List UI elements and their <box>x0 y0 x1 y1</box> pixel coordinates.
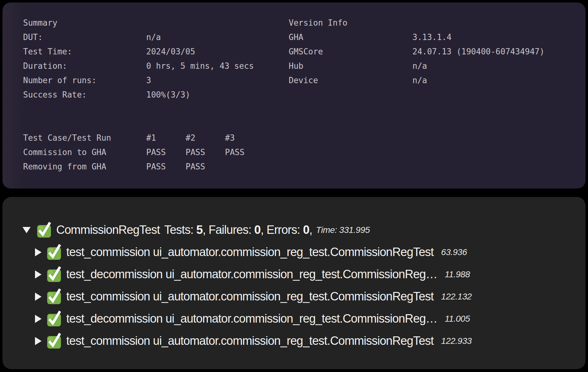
failures-count: 0 <box>254 223 261 236</box>
run-row-name: Removing from GHA <box>23 159 146 174</box>
summary-label: DUT: <box>23 30 146 44</box>
version-info-column: Version Info GHA 3.13.1.4 GMSCore 24.07.… <box>289 16 545 88</box>
version-info-title-row: Version Info <box>289 16 545 30</box>
test-name: test_decommission ui_automator.commissio… <box>66 312 437 325</box>
tests-count: 5 <box>196 223 202 236</box>
summary-row-duration: Duration: 0 hrs, 5 mins, 43 secs <box>23 59 264 73</box>
version-label: Hub <box>289 59 412 73</box>
errors-label: , Errors: <box>261 223 303 236</box>
summary-row-number-of-runs: Number of runs: 3 <box>23 73 264 88</box>
summary-panel: Summary DUT: n/a Test Time: 2024/03/05 D… <box>2 3 586 189</box>
test-time: 11.005 <box>445 314 470 324</box>
summary-row-success-rate: Success Rate: 100%(3/3) <box>23 88 264 102</box>
version-row-gha: GHA 3.13.1.4 <box>289 30 545 44</box>
expand-triangle-icon[interactable] <box>35 248 42 256</box>
errors-count: 0 <box>303 223 309 236</box>
pass-check-icon <box>47 245 62 260</box>
test-time: 122.132 <box>441 292 472 302</box>
suite-stats: Tests: 5, Failures: 0, Errors: 0, <box>164 223 312 237</box>
pass-check-icon <box>47 334 62 349</box>
summary-label: Test Time: <box>23 44 146 59</box>
version-value: 3.13.1.4 <box>412 30 451 44</box>
version-row-device: Device n/a <box>289 73 545 88</box>
summary-title-row: Summary <box>23 16 264 30</box>
test-time: 11.988 <box>445 269 470 279</box>
version-value: 24.07.13 (190400-607434947) <box>412 44 545 59</box>
summary-label: Success Rate: <box>23 88 146 102</box>
expand-triangle-icon[interactable] <box>35 337 42 345</box>
pass-check-icon <box>37 223 52 238</box>
summary-label: Duration: <box>23 59 146 73</box>
run-result: PASS <box>186 145 225 159</box>
run-header-2: #2 <box>186 131 225 145</box>
expand-triangle-icon[interactable] <box>35 293 42 301</box>
version-label: GMSCore <box>289 44 412 59</box>
test-name: test_commission ui_automator.commission_… <box>66 334 434 348</box>
test-time: 122.933 <box>441 336 472 346</box>
run-header-1: #1 <box>146 131 186 145</box>
test-case-row[interactable]: test_decommission ui_automator.commissio… <box>2 263 586 285</box>
test-case-row[interactable]: test_commission ui_automator.commission_… <box>2 285 586 308</box>
run-table-row-removing: Removing from GHA PASS PASS <box>23 159 264 174</box>
test-name: test_commission ui_automator.commission_… <box>66 245 434 259</box>
run-result <box>225 159 264 174</box>
summary-value: 100%(3/3) <box>146 88 190 102</box>
tests-label: Tests: <box>164 223 196 236</box>
summary-value: n/a <box>146 30 161 44</box>
version-row-hub: Hub n/a <box>289 59 545 73</box>
run-header-3: #3 <box>225 131 264 145</box>
run-table-row-commission: Commission to GHA PASS PASS PASS <box>23 145 264 159</box>
test-name: test_decommission ui_automator.commissio… <box>66 268 437 281</box>
test-case-row[interactable]: test_commission ui_automator.commission_… <box>2 330 586 352</box>
test-name: test_commission ui_automator.commission_… <box>66 290 434 303</box>
run-table-header-row: Test Case/Test Run #1 #2 #3 <box>23 131 264 145</box>
run-row-name: Commission to GHA <box>23 145 146 159</box>
test-case-row[interactable]: test_commission ui_automator.commission_… <box>2 241 586 263</box>
version-label: Device <box>289 73 412 88</box>
pass-check-icon <box>47 311 62 327</box>
suite-row[interactable]: CommissionRegTest Tests: 5, Failures: 0,… <box>2 219 586 241</box>
summary-label: Number of runs: <box>23 73 146 88</box>
pass-check-icon <box>47 289 62 305</box>
version-row-gmscore: GMSCore 24.07.13 (190400-607434947) <box>289 44 545 59</box>
run-result: PASS <box>146 159 186 174</box>
test-time: 63.936 <box>441 247 467 257</box>
summary-value: 2024/03/05 <box>146 44 195 59</box>
collapse-triangle-icon[interactable] <box>22 227 31 233</box>
run-result: PASS <box>225 145 264 159</box>
test-results-panel: CommissionRegTest Tests: 5, Failures: 0,… <box>2 197 586 369</box>
pass-check-icon <box>47 267 62 283</box>
summary-column: Summary DUT: n/a Test Time: 2024/03/05 D… <box>23 16 264 174</box>
run-table-header-label: Test Case/Test Run <box>23 131 146 145</box>
suite-time: Time: 331.995 <box>316 225 370 235</box>
version-info-title: Version Info <box>289 16 347 30</box>
suite-name: CommissionRegTest <box>56 223 160 237</box>
expand-triangle-icon[interactable] <box>35 270 42 279</box>
failures-label: , Failures: <box>202 223 254 236</box>
version-value: n/a <box>412 59 427 73</box>
run-result: PASS <box>186 159 225 174</box>
comma: , <box>309 223 312 236</box>
report-screen: Summary DUT: n/a Test Time: 2024/03/05 D… <box>0 0 588 372</box>
summary-title: Summary <box>23 16 57 30</box>
run-result: PASS <box>146 145 186 159</box>
expand-triangle-icon[interactable] <box>35 315 42 323</box>
summary-row-dut: DUT: n/a <box>23 30 264 44</box>
summary-value: 0 hrs, 5 mins, 43 secs <box>146 59 254 73</box>
test-case-row[interactable]: test_decommission ui_automator.commissio… <box>2 308 586 330</box>
version-label: GHA <box>289 30 412 44</box>
summary-value: 3 <box>146 73 151 88</box>
version-value: n/a <box>412 73 427 88</box>
summary-row-test-time: Test Time: 2024/03/05 <box>23 44 264 59</box>
spacer <box>23 102 264 131</box>
